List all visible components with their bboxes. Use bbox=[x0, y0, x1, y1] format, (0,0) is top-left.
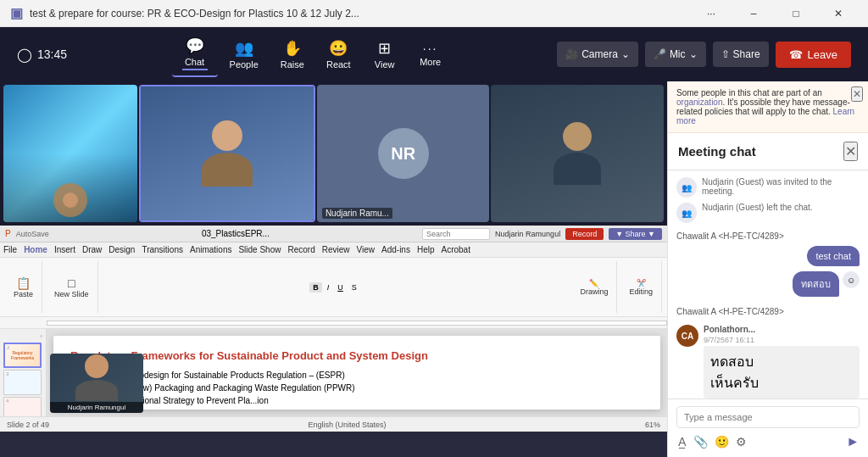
ppt-titlebar: P AutoSave 03_PlasticsEPR... Nudjarin Ra… bbox=[0, 226, 667, 242]
menu-record[interactable]: Record bbox=[287, 245, 314, 254]
chat-message-input[interactable] bbox=[676, 406, 860, 428]
window-title: test & prepare for course: PR & ECO-Desi… bbox=[30, 8, 359, 20]
reaction-btn-1[interactable]: ☺ bbox=[843, 271, 860, 288]
ponlathorn-bubble: ทดสอบ เห็นครับ bbox=[704, 346, 860, 398]
menu-acrobat[interactable]: Acrobat bbox=[442, 245, 470, 254]
leave-button[interactable]: ☎ Leave bbox=[776, 42, 851, 68]
video-strip: NR Nudjarin Ramu... bbox=[0, 81, 667, 226]
learn-more-link[interactable]: Learn more bbox=[676, 107, 854, 125]
ppt-content: ‹ 2 RegulatoryFrameworks 3 4 bbox=[0, 329, 667, 416]
menu-help[interactable]: Help bbox=[417, 245, 435, 254]
menu-review[interactable]: Review bbox=[322, 245, 350, 254]
maximize-btn[interactable]: □ bbox=[776, 0, 815, 27]
editing-btn[interactable]: ✂️ Editing bbox=[626, 277, 656, 298]
camera-icon: 🎥 bbox=[565, 48, 578, 60]
chat-input-actions: A̲ 📎 🙂 ⚙ ► bbox=[676, 433, 860, 450]
menu-animations[interactable]: Animations bbox=[190, 245, 231, 254]
view-tab[interactable]: ⊞ View bbox=[363, 34, 407, 75]
italic-btn[interactable]: I bbox=[324, 282, 333, 293]
phone-icon: ☎ bbox=[789, 48, 803, 61]
ppt-filename: 03_PlasticsEPR... bbox=[54, 229, 417, 238]
bullet-2: EU (New) Packaging and Packaging Waste R… bbox=[107, 383, 355, 393]
menu-transitions[interactable]: Transitions bbox=[142, 245, 183, 254]
raise-icon: ✋ bbox=[283, 39, 302, 58]
video-tile-1 bbox=[3, 85, 137, 222]
chat-panel: Some people in this chat are part of an … bbox=[667, 81, 868, 457]
menu-slideshow[interactable]: Slide Show bbox=[238, 245, 281, 254]
raise-tab[interactable]: ✋ Raise bbox=[270, 34, 314, 75]
slide-title: Regulatory Frameworks for Sustainable Pr… bbox=[70, 349, 643, 362]
notification-close-btn[interactable]: ✕ bbox=[851, 86, 863, 102]
ppt-search[interactable] bbox=[422, 228, 490, 240]
ppt-ruler bbox=[0, 317, 667, 329]
notification-text: Some people in this chat are part of an … bbox=[676, 88, 854, 125]
participant-name-3: Nudjarin Ramu... bbox=[322, 208, 392, 219]
view-icon: ⊞ bbox=[378, 39, 391, 58]
chat-tab[interactable]: 💬 Chat bbox=[172, 31, 218, 77]
chat-action-buttons: A̲ 📎 🙂 ⚙ bbox=[676, 433, 748, 450]
emoji-btn[interactable]: 🙂 bbox=[713, 433, 731, 450]
people-tab[interactable]: 👥 People bbox=[220, 34, 269, 75]
menu-addins[interactable]: Add-ins bbox=[381, 245, 410, 254]
mic-chevron: ⌄ bbox=[689, 48, 698, 60]
chat-icon: 💬 bbox=[186, 36, 204, 55]
more-tab[interactable]: ∙∙∙ More bbox=[409, 36, 453, 72]
share-btn[interactable]: ⇧ Share bbox=[713, 42, 769, 67]
menu-design[interactable]: Design bbox=[108, 245, 135, 254]
camera-chevron: ⌄ bbox=[621, 48, 630, 60]
menu-draw[interactable]: Draw bbox=[82, 245, 102, 254]
video-tile-4 bbox=[491, 85, 664, 222]
ppt-user: Nudjarin Ramungul bbox=[495, 230, 560, 238]
people-icon: 👥 bbox=[235, 39, 253, 58]
dots-btn[interactable]: ··· bbox=[692, 0, 731, 27]
minimize-btn[interactable]: – bbox=[734, 0, 773, 27]
send-button[interactable]: ► bbox=[846, 434, 860, 449]
video-area: NR Nudjarin Ramu... P AutoSave bbox=[0, 81, 667, 457]
test-thai-bubble: ทดสอบ bbox=[793, 271, 839, 297]
editing-icon: ✂️ bbox=[637, 279, 646, 287]
chat-close-button[interactable]: ✕ bbox=[843, 142, 858, 161]
presenter-face-tile: Nudjarin Ramungul bbox=[50, 354, 143, 413]
chat-header: Meeting chat ✕ bbox=[668, 133, 868, 170]
mic-btn[interactable]: 🎤 Mic ⌄ bbox=[645, 42, 706, 67]
attach-btn[interactable]: 📎 bbox=[692, 433, 709, 450]
slide-thumb-3[interactable]: 3 bbox=[3, 370, 42, 395]
paste-btn[interactable]: 📋 Paste bbox=[10, 275, 36, 300]
camera-btn[interactable]: 🎥 Camera ⌄ bbox=[557, 42, 638, 67]
underline-btn[interactable]: U bbox=[334, 282, 347, 293]
zoom-level: 61% bbox=[645, 421, 660, 429]
menu-file[interactable]: File bbox=[3, 245, 17, 254]
menu-insert[interactable]: Insert bbox=[54, 245, 75, 254]
meeting-time: ◯ 13:45 bbox=[17, 47, 67, 63]
ponlathorn-sender: Ponlathorn... bbox=[704, 325, 860, 334]
close-btn[interactable]: ✕ bbox=[819, 0, 858, 27]
video-tile-3: NR Nudjarin Ramu... bbox=[317, 85, 490, 222]
ribbon-formatting: B I U S bbox=[102, 261, 569, 313]
ppt-autosave: AutoSave bbox=[16, 230, 49, 238]
drawing-btn[interactable]: ✏️ Drawing bbox=[576, 277, 611, 298]
paste-icon: 📋 bbox=[16, 276, 31, 290]
sender-label-2: Chawalit A <H-PE-TC/4289> bbox=[676, 307, 860, 316]
ribbon-editing: ✂️ Editing bbox=[620, 261, 662, 313]
language: English (United States) bbox=[308, 421, 386, 429]
slide-thumb-2[interactable]: 2 RegulatoryFrameworks bbox=[3, 343, 42, 368]
strikethrough-btn[interactable]: S bbox=[348, 282, 360, 293]
window-controls[interactable]: ··· – □ ✕ bbox=[692, 0, 858, 27]
presenter-name: Nudjarin Ramungul bbox=[50, 402, 143, 413]
slide-canvas: Regulatory Frameworks for Sustainable Pr… bbox=[53, 336, 660, 410]
slide-thumb-4[interactable]: 4 bbox=[3, 397, 42, 416]
system-msg-1: 👥 Nudjarin (Guest) was invited to the me… bbox=[676, 177, 860, 198]
gif-btn[interactable]: ⚙ bbox=[734, 433, 748, 450]
ppt-share-btn[interactable]: ▼ Share ▼ bbox=[609, 228, 662, 240]
menu-view[interactable]: View bbox=[357, 245, 376, 254]
ribbon-drawing: ✏️ Drawing bbox=[571, 261, 617, 313]
system-icon-2: 👥 bbox=[676, 203, 697, 223]
ppt-logo-icon: P bbox=[5, 229, 11, 238]
new-slide-btn[interactable]: □ New Slide bbox=[51, 275, 92, 300]
ppt-statusbar: Slide 2 of 49 English (United States) 61… bbox=[0, 416, 667, 432]
bold-btn[interactable]: B bbox=[309, 282, 322, 293]
format-btn[interactable]: A̲ bbox=[676, 433, 688, 450]
ppt-record-btn[interactable]: Record bbox=[565, 228, 604, 240]
react-tab[interactable]: 😀 React bbox=[316, 34, 361, 75]
menu-home[interactable]: Home bbox=[24, 245, 47, 254]
